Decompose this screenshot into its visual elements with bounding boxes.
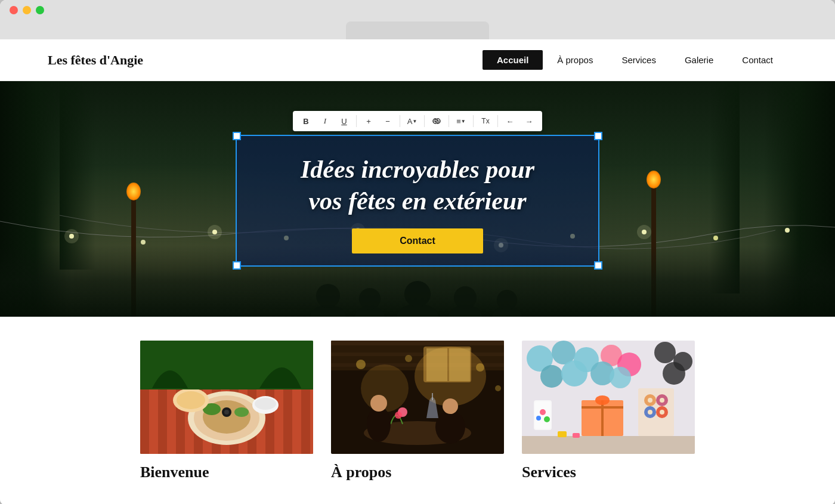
site-logo[interactable]: Les fêtes d'Angie	[48, 52, 143, 68]
svg-point-61	[356, 360, 366, 369]
handle-bottom-left[interactable]	[233, 261, 241, 270]
svg-point-9	[713, 236, 718, 240]
svg-point-21	[404, 281, 431, 307]
svg-point-1	[141, 240, 146, 245]
svg-point-59	[443, 398, 458, 414]
card-services: Services	[522, 341, 695, 481]
hero-cta-button[interactable]: Contact	[352, 228, 483, 253]
svg-rect-51	[426, 348, 447, 381]
nav-item-contact[interactable]: Contact	[728, 50, 787, 70]
svg-point-41	[255, 398, 276, 410]
close-button[interactable]	[10, 6, 18, 14]
tab-row	[10, 19, 825, 39]
nav-item-accueil[interactable]: Accueil	[483, 50, 543, 70]
toolbar-plus-button[interactable]: +	[360, 113, 377, 129]
hero-section: B I U + − A ▼ ≡ ▼ Tx	[0, 81, 835, 317]
svg-point-62	[405, 355, 412, 362]
svg-point-95	[544, 416, 550, 422]
browser-controls	[10, 6, 825, 14]
handle-top-right[interactable]	[594, 132, 602, 140]
card-image-party	[331, 341, 504, 454]
content-section: Bienvenue	[0, 317, 835, 504]
hero-title: Idées incroyables pour vos fêtes en exté…	[255, 154, 580, 217]
toolbar-bold-button[interactable]: B	[298, 113, 314, 129]
navbar: Les fêtes d'Angie Accueil À propos Servi…	[0, 39, 835, 81]
card-label-bienvenue: Bienvenue	[140, 463, 313, 481]
svg-point-25	[497, 290, 517, 310]
toolbar-divider-5	[473, 115, 474, 127]
svg-rect-52	[449, 348, 470, 381]
svg-point-84	[648, 398, 652, 403]
svg-point-57	[370, 395, 387, 412]
card-label-services: Services	[522, 463, 695, 481]
svg-point-64	[495, 385, 501, 391]
card-apropos: À propos	[331, 341, 504, 481]
toolbar-divider-4	[449, 115, 449, 127]
svg-point-69	[540, 365, 563, 388]
card-image-food	[140, 341, 313, 454]
svg-point-88	[648, 410, 652, 415]
svg-point-94	[536, 416, 541, 420]
svg-rect-80	[601, 400, 604, 436]
svg-point-93	[540, 409, 546, 415]
toolbar-fontcolor-button[interactable]: A ▼	[404, 113, 420, 129]
svg-point-63	[476, 363, 484, 372]
toolbar-redo-button[interactable]: →	[521, 113, 537, 129]
selection-border: Idées incroyables pour vos fêtes en exté…	[236, 135, 599, 267]
toolbar-minus-button[interactable]: −	[379, 113, 396, 129]
toolbar-italic-button[interactable]: I	[317, 113, 333, 129]
svg-point-55	[395, 412, 402, 419]
nav-links: Accueil À propos Services Galerie Contac…	[483, 50, 787, 70]
svg-rect-98	[573, 433, 580, 438]
svg-rect-96	[522, 436, 695, 454]
svg-point-81	[595, 395, 610, 405]
people-silhouettes	[239, 263, 596, 317]
card-image-sweets	[522, 341, 695, 454]
maximize-button[interactable]	[36, 6, 44, 14]
minimize-button[interactable]	[23, 6, 31, 14]
svg-point-77	[610, 367, 631, 388]
text-selection-box[interactable]: Idées incroyables pour vos fêtes en exté…	[236, 135, 599, 267]
toolbar-clearformat-button[interactable]: Tx	[477, 113, 494, 129]
toolbar-divider-6	[497, 115, 498, 127]
nav-item-apropos[interactable]: À propos	[543, 50, 607, 70]
svg-point-35	[234, 407, 249, 417]
svg-point-39	[177, 391, 205, 409]
toolbar-link-button[interactable]	[428, 113, 445, 129]
svg-point-10	[785, 228, 790, 233]
svg-point-58	[435, 410, 465, 444]
toolbar-align-button[interactable]: ≡ ▼	[453, 113, 469, 129]
cards-row: Bienvenue	[48, 341, 787, 481]
svg-point-23	[454, 286, 477, 309]
svg-point-75	[663, 362, 685, 385]
svg-point-70	[561, 360, 587, 386]
svg-point-11	[64, 229, 79, 243]
browser-window: Les fêtes d'Angie Accueil À propos Servi…	[0, 0, 835, 504]
handle-top-left[interactable]	[233, 132, 241, 140]
svg-rect-46	[331, 353, 504, 356]
toolbar-underline-button[interactable]: U	[336, 113, 352, 129]
svg-point-90	[660, 410, 664, 415]
browser-chrome	[0, 0, 835, 39]
text-toolbar: B I U + − A ▼ ≡ ▼ Tx	[293, 111, 542, 131]
svg-point-73	[654, 342, 676, 363]
toolbar-divider-2	[400, 115, 400, 127]
toolbar-undo-button[interactable]: ←	[502, 113, 518, 129]
toolbar-divider-3	[424, 115, 425, 127]
svg-point-17	[316, 284, 340, 308]
svg-point-15	[637, 225, 651, 239]
svg-point-12	[208, 225, 222, 239]
svg-point-37	[224, 410, 229, 415]
nav-item-galerie[interactable]: Galerie	[670, 50, 728, 70]
toolbar-divider-1	[356, 115, 357, 127]
handle-bottom-right[interactable]	[594, 261, 602, 270]
card-label-apropos: À propos	[331, 463, 504, 481]
svg-point-86	[660, 398, 664, 403]
card-bienvenue: Bienvenue	[140, 341, 313, 481]
nav-item-services[interactable]: Services	[607, 50, 670, 70]
svg-rect-45	[331, 341, 504, 345]
browser-tab[interactable]	[346, 21, 489, 39]
svg-rect-97	[558, 431, 567, 437]
svg-point-19	[359, 288, 381, 310]
